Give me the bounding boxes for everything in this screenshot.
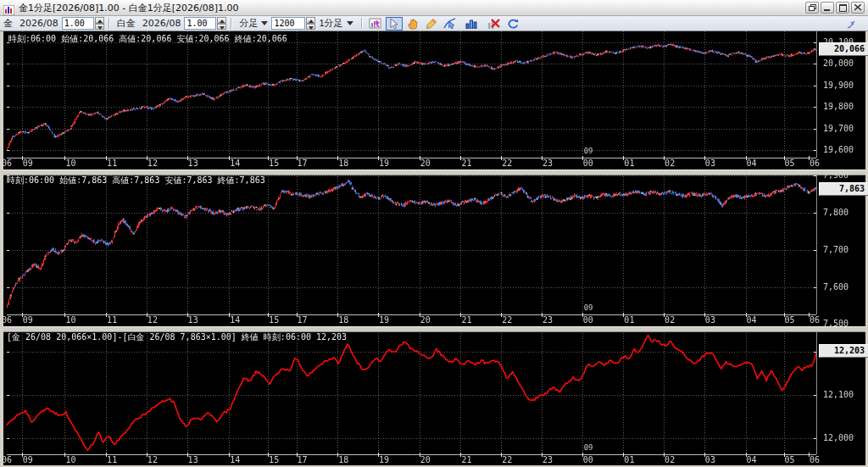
pencil-icon	[426, 18, 437, 30]
platinum-multiplier-input[interactable]	[184, 17, 216, 30]
x-tick-label: 06	[0, 315, 16, 325]
toolbar-separator	[361, 18, 362, 29]
x-tick-label: 22	[498, 158, 516, 168]
y-tick-label: 12,000	[823, 433, 854, 442]
x-tick-label: 06	[805, 455, 824, 464]
x-tick-label: 15	[264, 315, 283, 325]
x-tick-label: 04	[743, 315, 761, 325]
x-tick-label: 12	[143, 455, 162, 464]
platinum-label: 白金	[117, 17, 136, 30]
y-tick-label: 7,900	[823, 170, 849, 180]
select-cursor-icon	[389, 18, 399, 29]
maximize-button[interactable]	[836, 2, 849, 14]
x-tick-label: 09	[19, 455, 37, 464]
x-tick-label: 00	[579, 315, 598, 325]
x-tick-label: 18	[334, 158, 353, 168]
date-label: 09	[584, 443, 593, 452]
y-tick-label: 7,500	[823, 319, 849, 328]
select-tool-button[interactable]	[386, 17, 403, 31]
indicator-menu-button[interactable]	[460, 17, 484, 31]
x-tick-label: 20	[416, 315, 435, 325]
x-tick-label: 03	[701, 158, 720, 168]
x-tick-label: 00	[579, 158, 598, 168]
x-tick-label: 14	[225, 315, 244, 325]
y-tick-label: 12,100	[823, 390, 854, 399]
x-tick-label: 01	[620, 158, 638, 168]
toolbar-separator	[108, 18, 109, 29]
x-tick-label: 01	[620, 315, 638, 325]
chart-app-window: 金1分足[2026/08]1.00 - 白金1分足[2026/08]1.00 金…	[0, 0, 868, 467]
chart-settings-icon	[369, 18, 382, 30]
gold-multiplier-stepper[interactable]	[95, 17, 104, 30]
platinum-multiplier-stepper[interactable]	[217, 17, 226, 30]
close-button[interactable]	[851, 2, 865, 14]
pencil-tool-button[interactable]	[423, 17, 440, 31]
windows-cascade-button[interactable]	[805, 2, 819, 14]
x-tick-label: 23	[538, 158, 557, 168]
spin-up-icon[interactable]	[217, 17, 226, 24]
interval-dropdown[interactable]: 1分足	[315, 15, 356, 31]
refresh-button[interactable]	[504, 17, 521, 31]
x-tick-label: 05	[780, 158, 798, 168]
x-tick-label: 23	[538, 315, 557, 325]
x-tick-label: 22	[498, 455, 516, 464]
spin-down-icon[interactable]	[217, 24, 226, 31]
x-tick-label: 17	[293, 315, 312, 325]
bar-type-dropdown[interactable]: 分足	[236, 15, 271, 31]
x-tick-label: 14	[225, 455, 244, 464]
platinum-contract-label: 2026/08	[142, 18, 181, 29]
x-tick-label: 00	[579, 455, 598, 464]
x-tick-label: 02	[660, 158, 679, 168]
y-tick-label: 7,600	[823, 282, 849, 292]
spin-down-icon[interactable]	[306, 24, 315, 31]
refresh-icon	[507, 18, 519, 29]
y-tick-label: 7,800	[823, 208, 849, 217]
x-tick-label: 05	[780, 315, 798, 325]
x-tick-label: 22	[498, 315, 516, 325]
x-tick-label: 12	[143, 158, 162, 168]
app-icon	[3, 3, 14, 13]
y-tick-label: 20,000	[823, 58, 854, 68]
delete-marks-button[interactable]	[486, 17, 503, 31]
x-tick-label: 15	[264, 158, 283, 168]
current-price-label: 12,203	[819, 344, 868, 358]
minimize-button[interactable]	[821, 2, 834, 14]
chevron-down-icon	[261, 21, 268, 25]
bar-count-input[interactable]	[271, 17, 305, 30]
gold-contract-label: 2026/08	[19, 18, 58, 29]
x-tick-label: 14	[225, 158, 244, 168]
spin-down-icon[interactable]	[95, 24, 104, 31]
x-tick-label: 05	[780, 455, 798, 464]
trendline-cursor-icon	[443, 18, 456, 29]
chart-canvas[interactable]	[3, 31, 865, 465]
bar-count-stepper[interactable]	[306, 17, 315, 30]
x-tick-label: 02	[660, 315, 679, 325]
y-tick-label: 19,900	[823, 81, 854, 90]
y-tick-label: 7,700	[823, 245, 849, 254]
x-tick-label: 20	[416, 455, 435, 464]
x-tick-label: 13	[184, 315, 203, 325]
pin-icon[interactable]	[842, 17, 860, 32]
x-tick-label: 03	[701, 455, 720, 464]
spin-up-icon[interactable]	[95, 17, 104, 24]
toolbar: 金 2026/08 白金 2026/08 分足 1分足	[0, 16, 868, 31]
trendline-tool-button[interactable]	[442, 17, 459, 31]
current-price-label: 20,066	[819, 42, 868, 56]
chart-settings-button[interactable]	[367, 17, 384, 31]
x-tick-label: 04	[743, 455, 761, 464]
window-title: 金1分足[2026/08]1.00 - 白金1分足[2026/08]1.00	[19, 2, 239, 14]
y-tick-label: 19,600	[823, 145, 854, 154]
pan-tool-button[interactable]	[404, 17, 421, 31]
platinum-panel-info: 時刻:06:00 始値:7,863 高値:7,863 安値:7,863 終値:7…	[7, 175, 265, 186]
x-tick-label: 11	[103, 315, 121, 325]
x-tick-label: 18	[334, 455, 353, 464]
chevron-down-icon	[347, 21, 353, 25]
gold-label: 金	[3, 17, 13, 30]
x-tick-label: 19	[375, 455, 393, 464]
spin-up-icon[interactable]	[306, 17, 315, 24]
x-tick-label: 03	[701, 315, 720, 325]
x-tick-label: 06	[805, 158, 824, 168]
gold-multiplier-input[interactable]	[62, 17, 94, 30]
x-tick-label: 15	[264, 455, 283, 464]
x-tick-label: 10	[61, 158, 80, 168]
